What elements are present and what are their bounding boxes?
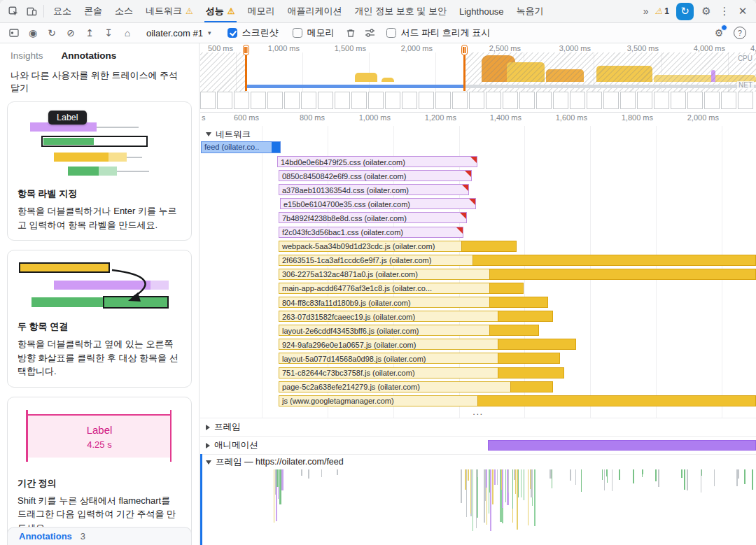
screenshot-thumbnail[interactable] bbox=[570, 92, 585, 109]
request-bar-solid[interactable] bbox=[498, 339, 576, 350]
screenshot-thumbnail[interactable] bbox=[368, 92, 384, 109]
panel-tab-6[interactable]: 메모리 bbox=[241, 0, 281, 22]
network-request-row[interactable]: 2f663515-1ca3af1ccdc6e9f7.js (oilater.co… bbox=[200, 255, 756, 267]
request-bar-solid[interactable] bbox=[477, 395, 756, 406]
screenshot-thumbnail[interactable] bbox=[469, 92, 484, 109]
screenshot-thumbnail[interactable] bbox=[251, 92, 266, 109]
capture-settings-gear-icon[interactable]: ⚙ bbox=[710, 24, 727, 41]
frames-track-header[interactable]: 프레임 bbox=[200, 418, 756, 436]
network-request-row[interactable]: 306-2275a132ac4871a0.js (oilater.com) bbox=[200, 269, 756, 281]
network-request-row[interactable]: e15b0e6104700e35.css (oilater.com) bbox=[200, 198, 756, 210]
screenshot-thumbnail[interactable] bbox=[301, 92, 316, 109]
tab-insights[interactable]: Insights bbox=[10, 50, 43, 61]
screenshot-thumbnail[interactable] bbox=[318, 92, 333, 109]
network-request-row[interactable]: 0850c8450842e6f9.css (oilater.com) bbox=[200, 170, 756, 182]
record-icon[interactable]: ◉ bbox=[24, 24, 41, 41]
panel-tab-9[interactable]: Lighthouse bbox=[453, 0, 510, 22]
clear-icon[interactable]: ⊘ bbox=[62, 24, 79, 41]
screenshot-thumbnail[interactable] bbox=[603, 92, 619, 109]
request-bar-solid[interactable] bbox=[510, 381, 553, 392]
device-toolbar-icon[interactable] bbox=[22, 2, 41, 20]
more-panels-chevron[interactable]: » bbox=[640, 6, 652, 17]
network-request-row[interactable]: js (www.googletagmanager.com) bbox=[200, 395, 756, 407]
drag-grip-icon[interactable] bbox=[461, 45, 468, 55]
main-thread-activity[interactable] bbox=[200, 469, 756, 534]
overview-window-left-handle[interactable] bbox=[245, 45, 247, 91]
panel-tab-3[interactable]: 소스 bbox=[108, 0, 139, 22]
screenshot-thumbnail[interactable] bbox=[704, 92, 720, 109]
drag-grip-icon[interactable] bbox=[243, 45, 249, 55]
network-request-row[interactable]: 804-ff8c83fa11d180b9.js (oilater.com) bbox=[200, 297, 756, 309]
trace-history-select[interactable]: oilater.com #1 ▾ bbox=[141, 28, 216, 38]
screenshot-thumbnail[interactable] bbox=[267, 92, 283, 109]
animation-bar[interactable] bbox=[488, 440, 756, 451]
close-devtools-icon[interactable]: ✕ bbox=[734, 2, 752, 20]
checkbox-box[interactable] bbox=[227, 28, 237, 38]
screenshot-thumbnail[interactable] bbox=[200, 92, 216, 109]
tab-annotations[interactable]: Annotations bbox=[62, 50, 117, 61]
save-profile-icon[interactable]: ↧ bbox=[100, 24, 117, 41]
request-bar-solid[interactable] bbox=[489, 269, 756, 280]
screenshot-thumbnail[interactable] bbox=[503, 92, 518, 109]
toggle-sidebar-icon[interactable] bbox=[6, 24, 22, 41]
network-track-header[interactable]: 네트워크 bbox=[200, 127, 756, 141]
panel-tab-7[interactable]: 애플리케이션 bbox=[281, 0, 349, 22]
expand-triangle-icon[interactable] bbox=[206, 443, 210, 448]
screenshot-thumbnail[interactable] bbox=[519, 92, 535, 109]
request-bar-solid[interactable] bbox=[498, 367, 564, 378]
screenshot-checkbox[interactable]: 스크린샷 bbox=[227, 27, 278, 39]
annotations-footer[interactable]: Annotations 3 bbox=[7, 527, 192, 545]
network-request-row[interactable]: layout-2e6cddf43453bff6.js (oilater.com) bbox=[200, 325, 756, 337]
network-request-row[interactable]: f2c043fc3d56bac1.css (oilater.com) bbox=[200, 227, 756, 239]
request-bar-solid[interactable] bbox=[489, 283, 524, 294]
screenshot-thumbnail[interactable] bbox=[687, 92, 703, 109]
screenshot-thumbnail[interactable] bbox=[234, 92, 249, 109]
panel-tab-5[interactable]: 성능⚠ bbox=[200, 0, 241, 22]
screenshot-thumbnail[interactable] bbox=[587, 92, 602, 109]
settings-gear-icon[interactable]: ⚙ bbox=[697, 2, 715, 20]
network-request-row[interactable]: 263-07d31582fcaeec19.js (oilater.com) bbox=[200, 311, 756, 323]
network-request-row[interactable]: main-app-acdd64776af3e1c8.js (oilater.co… bbox=[200, 283, 756, 295]
panel-tab-8[interactable]: 개인 정보 보호 및 보안 bbox=[349, 0, 453, 22]
request-bar-solid[interactable] bbox=[489, 297, 548, 308]
garbage-collect-icon[interactable] bbox=[342, 24, 359, 41]
panel-tab-1[interactable]: 요소 bbox=[47, 0, 78, 22]
screenshot-thumbnail[interactable] bbox=[452, 92, 468, 109]
request-bar-solid[interactable] bbox=[472, 255, 756, 266]
panel-tab-4[interactable]: 네트워크⚠ bbox=[139, 0, 200, 22]
screenshot-thumbnail[interactable] bbox=[217, 92, 232, 109]
screenshot-thumbnail[interactable] bbox=[419, 92, 434, 109]
issues-warning-badge[interactable]: ⚠ 1 bbox=[652, 6, 673, 16]
request-bar-solid[interactable] bbox=[461, 241, 517, 252]
screenshot-thumbnail[interactable] bbox=[486, 92, 501, 109]
network-request-row[interactable]: layout-5a077d14568a0d98.js (oilater.com) bbox=[200, 353, 756, 364]
load-profile-icon[interactable]: ↥ bbox=[81, 24, 98, 41]
network-request-row[interactable]: webpack-5aa34b09d1d23cdc.js (oilater.com… bbox=[200, 241, 756, 253]
help-icon[interactable]: ? bbox=[734, 27, 746, 39]
screenshot-thumbnail[interactable] bbox=[637, 92, 652, 109]
screenshot-thumbnail[interactable] bbox=[536, 92, 552, 109]
screenshot-thumbnail[interactable] bbox=[620, 92, 636, 109]
collapse-triangle-icon[interactable] bbox=[206, 132, 211, 136]
screenshot-thumbnail[interactable] bbox=[738, 92, 753, 109]
screenshot-thumbnail[interactable] bbox=[435, 92, 451, 109]
screenshot-thumbnail[interactable] bbox=[385, 92, 400, 109]
screenshot-thumbnail[interactable] bbox=[284, 92, 300, 109]
request-bar-solid[interactable] bbox=[498, 311, 553, 322]
screenshot-thumbnail[interactable] bbox=[351, 92, 367, 109]
more-options-icon[interactable]: ⋮ bbox=[715, 2, 734, 20]
network-request-row[interactable]: 751-c82644c73bc3758f.js (oilater.com) bbox=[200, 367, 756, 379]
live-metrics-home-icon[interactable]: ⌂ bbox=[119, 24, 136, 41]
animations-track-header[interactable]: 애니메이션 bbox=[200, 436, 756, 454]
record-and-reload-icon[interactable]: ↻ bbox=[43, 24, 60, 41]
screenshot-thumbnail[interactable] bbox=[553, 92, 568, 109]
recording-status-button[interactable]: ↻ bbox=[676, 3, 694, 20]
screenshot-thumbnail[interactable] bbox=[402, 92, 417, 109]
overview-window-right-handle[interactable] bbox=[463, 45, 465, 91]
request-bar-solid[interactable] bbox=[489, 325, 539, 336]
screenshot-thumbnail[interactable] bbox=[671, 92, 686, 109]
network-request-row[interactable]: 924-9afa296e0e1a0657.js (oilater.com) bbox=[200, 339, 756, 351]
throttling-icon[interactable] bbox=[361, 24, 378, 41]
screenshot-thumbnail[interactable] bbox=[654, 92, 669, 109]
request-bar-solid[interactable] bbox=[498, 353, 560, 364]
